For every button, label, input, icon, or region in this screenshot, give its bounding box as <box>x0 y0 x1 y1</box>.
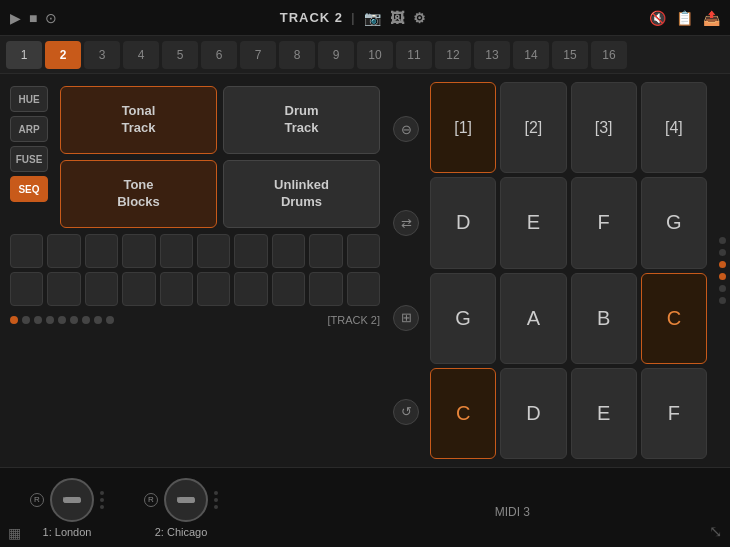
module-grid: TonalTrack DrumTrack ToneBlocks Unlinked… <box>60 86 380 228</box>
track-tabs: 1 2 3 4 5 6 7 8 9 10 11 12 13 14 15 16 <box>0 36 730 74</box>
pad-1-4[interactable] <box>122 234 155 268</box>
dot-1 <box>10 316 18 324</box>
pad-2-2[interactable] <box>47 272 80 306</box>
left-panel: HUE ARP FUSE SEQ TonalTrack DrumTrack To… <box>0 74 390 467</box>
track-tab-16[interactable]: 16 <box>591 41 627 69</box>
swap-ctrl-button[interactable]: ⇄ <box>393 210 419 236</box>
pad-grid-right: [1] [2] [3] [4] D E F G G A B C C D E F <box>422 74 715 467</box>
loop-ctrl-button[interactable]: ↺ <box>393 399 419 425</box>
track-tab-13[interactable]: 13 <box>474 41 510 69</box>
pad-2-8[interactable] <box>272 272 305 306</box>
share-icon[interactable]: 📤 <box>703 10 720 26</box>
pad-r1c2[interactable]: [2] <box>500 82 566 173</box>
pad-1-8[interactable] <box>272 234 305 268</box>
track-tab-8[interactable]: 8 <box>279 41 315 69</box>
device-2-name: 2: Chicago <box>155 526 208 538</box>
pad-1-1[interactable] <box>10 234 43 268</box>
pad-r4c3[interactable]: E <box>571 368 637 459</box>
track-tab-1[interactable]: 1 <box>6 41 42 69</box>
pad-1-6[interactable] <box>197 234 230 268</box>
track-tab-3[interactable]: 3 <box>84 41 120 69</box>
track-tab-2[interactable]: 2 <box>45 41 81 69</box>
pad-r1c3[interactable]: [3] <box>571 82 637 173</box>
right-dot-2 <box>719 249 726 256</box>
device-1-knob-area: R USB <box>30 478 104 522</box>
dev2-dot2 <box>214 498 218 502</box>
pad-r3c4[interactable]: C <box>641 273 707 364</box>
drum-track-button[interactable]: DrumTrack <box>223 86 380 154</box>
pad-2-3[interactable] <box>85 272 118 306</box>
play-icon[interactable]: ▶ <box>10 10 21 26</box>
track-tab-14[interactable]: 14 <box>513 41 549 69</box>
pad-1-5[interactable] <box>160 234 193 268</box>
pad-r4c1[interactable]: C <box>430 368 496 459</box>
dot-6 <box>70 316 78 324</box>
pad-1-10[interactable] <box>347 234 380 268</box>
pad-r2c3[interactable]: F <box>571 177 637 268</box>
side-buttons: HUE ARP FUSE SEQ <box>10 86 48 202</box>
tone-blocks-button[interactable]: ToneBlocks <box>60 160 217 228</box>
dot-3 <box>34 316 42 324</box>
grid-ctrl-button[interactable]: ⊞ <box>393 305 419 331</box>
track-tab-10[interactable]: 10 <box>357 41 393 69</box>
track-tab-12[interactable]: 12 <box>435 41 471 69</box>
pad-r3c1[interactable]: G <box>430 273 496 364</box>
fuse-button[interactable]: FUSE <box>10 146 48 172</box>
copy-icon[interactable]: 📋 <box>676 10 693 26</box>
track-label: [TRACK 2] <box>327 314 380 326</box>
mute-icon[interactable]: 🔇 <box>649 10 666 26</box>
pad-r2c2[interactable]: E <box>500 177 566 268</box>
track-tab-11[interactable]: 11 <box>396 41 432 69</box>
usb-label-2: USB <box>177 495 196 505</box>
pad-2-4[interactable] <box>122 272 155 306</box>
bottom-right-corner-icon: ⤡ <box>709 522 722 541</box>
pad-r4c4[interactable]: F <box>641 368 707 459</box>
camera-icon[interactable]: 📷 <box>364 10 382 26</box>
unlinked-drums-button[interactable]: UnlinkedDrums <box>223 160 380 228</box>
pad-1-3[interactable] <box>85 234 118 268</box>
device-2-knob[interactable]: USB <box>164 478 208 522</box>
image-icon[interactable]: 🖼 <box>390 10 405 26</box>
dev1-dot1 <box>100 491 104 495</box>
side-controls: ⊖ ⇄ ⊞ ↺ <box>390 74 422 467</box>
bottom-info: [TRACK 2] <box>10 312 380 328</box>
arp-button[interactable]: ARP <box>10 116 48 142</box>
pad-1-7[interactable] <box>234 234 267 268</box>
track-tab-7[interactable]: 7 <box>240 41 276 69</box>
record-icon[interactable]: ⊙ <box>45 10 57 26</box>
dev2-dot1 <box>214 491 218 495</box>
track-tab-9[interactable]: 9 <box>318 41 354 69</box>
stop-icon[interactable]: ■ <box>29 10 37 26</box>
pad-r2c1[interactable]: D <box>430 177 496 268</box>
pad-2-9[interactable] <box>309 272 342 306</box>
tonal-track-button[interactable]: TonalTrack <box>60 86 217 154</box>
top-bar-left: ▶ ■ ⊙ <box>10 10 57 26</box>
pad-1-2[interactable] <box>47 234 80 268</box>
device-1-knob[interactable]: USB <box>50 478 94 522</box>
pad-2-6[interactable] <box>197 272 230 306</box>
hue-button[interactable]: HUE <box>10 86 48 112</box>
main-area: HUE ARP FUSE SEQ TonalTrack DrumTrack To… <box>0 74 730 467</box>
pad-r2c4[interactable]: G <box>641 177 707 268</box>
track-tab-4[interactable]: 4 <box>123 41 159 69</box>
track-tab-15[interactable]: 15 <box>552 41 588 69</box>
minus-ctrl-button[interactable]: ⊖ <box>393 116 419 142</box>
pad-2-10[interactable] <box>347 272 380 306</box>
device-2: R USB 2: Chicago <box>144 478 218 538</box>
pad-1-9[interactable] <box>309 234 342 268</box>
device-2-knob-area: R USB <box>144 478 218 522</box>
left-top-row: HUE ARP FUSE SEQ TonalTrack DrumTrack To… <box>10 86 380 228</box>
track-tab-5[interactable]: 5 <box>162 41 198 69</box>
top-bar-center: TRACK 2 | 📷 🖼 ⚙ <box>280 10 427 26</box>
pad-r4c2[interactable]: D <box>500 368 566 459</box>
pad-2-5[interactable] <box>160 272 193 306</box>
pad-r1c4[interactable]: [4] <box>641 82 707 173</box>
pad-2-7[interactable] <box>234 272 267 306</box>
pad-r1c1[interactable]: [1] <box>430 82 496 173</box>
track-tab-6[interactable]: 6 <box>201 41 237 69</box>
pad-r3c3[interactable]: B <box>571 273 637 364</box>
pad-2-1[interactable] <box>10 272 43 306</box>
pad-r3c2[interactable]: A <box>500 273 566 364</box>
settings-icon[interactable]: ⚙ <box>413 10 427 26</box>
seq-button[interactable]: SEQ <box>10 176 48 202</box>
